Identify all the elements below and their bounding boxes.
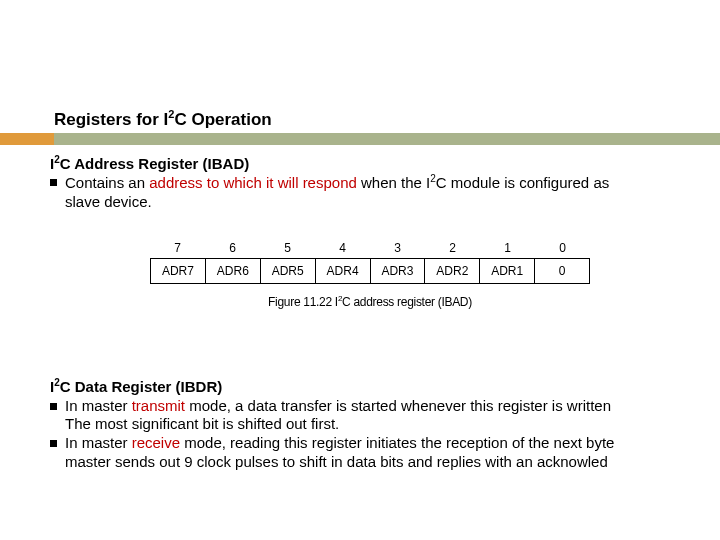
ibad-heading: I2C Address Register (IBAD): [50, 154, 720, 174]
bit-num: 7: [150, 238, 205, 258]
bit-num: 0: [535, 238, 590, 258]
bit-num: 3: [370, 238, 425, 258]
ibdr-bullet-2: In master receive mode, reading this reg…: [50, 434, 720, 453]
bit-num: 4: [315, 238, 370, 258]
ibdr-heading: I2C Data Register (IBDR): [50, 377, 720, 397]
bit-num: 6: [205, 238, 260, 258]
slide: Registers for I2C Operation I2C Address …: [0, 108, 720, 472]
section-ibad: I2C Address Register (IBAD) Contains an …: [50, 154, 720, 212]
title-post: C Operation: [174, 110, 271, 129]
ibdr-bullet-1: In master transmit mode, a data transfer…: [50, 397, 720, 416]
bit-num: 5: [260, 238, 315, 258]
bit-num: 1: [480, 238, 535, 258]
ibad-bullet: Contains an address to which it will res…: [50, 173, 720, 193]
bit-name: ADR4: [316, 258, 371, 284]
bit-names: ADR7 ADR6 ADR5 ADR4 ADR3 ADR2 ADR1 0: [150, 258, 590, 284]
bullet-icon: [50, 403, 57, 410]
h2-post: C Data Register (IBDR): [60, 378, 223, 395]
b1-red: transmit: [132, 397, 185, 414]
cap-post: C address register (IBAD): [342, 295, 472, 309]
ibdr-b2-text: In master receive mode, reading this reg…: [65, 434, 720, 453]
bit-name: ADR6: [206, 258, 261, 284]
bit-name: 0: [535, 258, 590, 284]
b-pre: Contains an: [65, 174, 149, 191]
ibdr-b2-cont: master sends out 9 clock pulses to shift…: [65, 453, 720, 472]
cap-pre: Figure 11.22 I: [268, 295, 338, 309]
section-ibdr: I2C Data Register (IBDR) In master trans…: [50, 377, 720, 472]
page-title: Registers for I2C Operation: [54, 108, 720, 130]
accent-orange: [0, 133, 54, 145]
b1-post: mode, a data transfer is started wheneve…: [185, 397, 611, 414]
ibad-bullet-cont: slave device.: [65, 193, 720, 212]
ibdr-b1-cont: The most significant bit is shifted out …: [65, 415, 720, 434]
bit-name: ADR2: [425, 258, 480, 284]
b2-red: receive: [132, 434, 180, 451]
b2-post: mode, reading this register initiates th…: [180, 434, 614, 451]
b-red: address to which it will respond: [149, 174, 357, 191]
b1-pre: In master: [65, 397, 132, 414]
b-post: C module is configured as: [436, 174, 609, 191]
ibdr-b1-text: In master transmit mode, a data transfer…: [65, 397, 720, 416]
bit-name: ADR3: [371, 258, 426, 284]
bit-num: 2: [425, 238, 480, 258]
bullet-icon: [50, 440, 57, 447]
figure-caption: Figure 11.22 I2C address register (IBAD): [150, 294, 590, 309]
register-figure: 7 6 5 4 3 2 1 0 ADR7 ADR6 ADR5 ADR4 ADR3…: [150, 238, 590, 309]
ibad-bullet-text: Contains an address to which it will res…: [65, 173, 720, 193]
bullet-icon: [50, 179, 57, 186]
bit-name: ADR5: [261, 258, 316, 284]
bit-numbers: 7 6 5 4 3 2 1 0: [150, 238, 590, 258]
accent-olive: [54, 133, 720, 145]
bit-name: ADR1: [480, 258, 535, 284]
h-post: C Address Register (IBAD): [60, 155, 249, 172]
b2-pre: In master: [65, 434, 132, 451]
title-underline: [0, 133, 720, 145]
b-mid: when the I: [357, 174, 430, 191]
title-pre: Registers for I: [54, 110, 168, 129]
bit-name: ADR7: [150, 258, 206, 284]
